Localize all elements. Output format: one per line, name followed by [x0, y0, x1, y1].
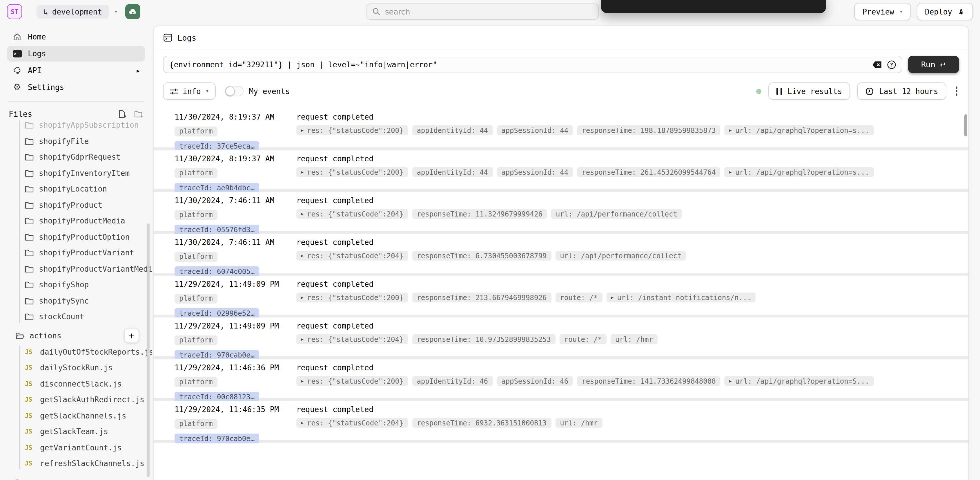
- tree-item-model-folder[interactable]: shopifyProductMedia: [7, 213, 145, 229]
- log-field-badge[interactable]: ▶url: /api/graphql?operation=s...: [725, 167, 874, 177]
- log-field-badge[interactable]: route: /*: [555, 292, 602, 302]
- log-field-badge[interactable]: responseTime: 198.18789599835873: [577, 125, 720, 135]
- log-field-badge[interactable]: responseTime: 141.73362499848008: [577, 376, 720, 386]
- tree-item-js-file[interactable]: JS dailyStockRun.js: [7, 360, 145, 376]
- new-folder-icon[interactable]: [134, 109, 143, 118]
- tree-item-js-file[interactable]: JS getSlackChannels.js: [7, 408, 145, 423]
- log-field-badge[interactable]: responseTime: 213.6679469998926: [412, 292, 551, 302]
- log-field-badge[interactable]: responseTime: 10.973528999835253: [412, 334, 555, 344]
- sidebar-item-api[interactable]: API ▶: [7, 63, 145, 78]
- avatar[interactable]: ST: [7, 4, 22, 19]
- log-field-badge[interactable]: appSessionId: 46: [497, 376, 573, 386]
- log-field-badge[interactable]: appIdentityId: 44: [412, 167, 493, 177]
- log-source-badge[interactable]: platform: [175, 168, 218, 178]
- log-field-badge[interactable]: ▶res: {"statusCode":204}: [296, 418, 408, 428]
- log-source-badge[interactable]: platform: [175, 126, 218, 136]
- log-field-badge[interactable]: responseTime: 6.730455003678799: [412, 251, 551, 261]
- log-trace-badge[interactable]: traceId: 05576fd3…: [175, 225, 259, 234]
- live-results-button[interactable]: Live results: [768, 83, 850, 100]
- tree-item-model-folder[interactable]: shopifyShop: [7, 277, 145, 292]
- log-field-badge[interactable]: ▶url: /instant-notifications/n...: [606, 292, 756, 302]
- log-field-badge[interactable]: ▶res: {"statusCode":204}: [296, 334, 408, 344]
- log-trace-badge[interactable]: traceId: 6074c005…: [175, 266, 259, 276]
- log-field-badge[interactable]: ▶res: {"statusCode":204}: [296, 251, 408, 261]
- tree-item-js-file[interactable]: JS dailyOutOfStockReports.js: [7, 344, 145, 360]
- log-list-scrollbar[interactable]: [964, 114, 967, 136]
- tree-item-model-folder[interactable]: shopifyProductVariantMedia: [7, 261, 145, 277]
- log-field-badge[interactable]: ▶res: {"statusCode":200}: [296, 167, 408, 177]
- log-trace-badge[interactable]: traceId: 970cab0e…: [175, 434, 259, 443]
- help-icon[interactable]: ?: [887, 60, 896, 69]
- log-field-badge[interactable]: appIdentityId: 44: [412, 125, 493, 135]
- search-input[interactable]: [385, 7, 593, 16]
- log-row[interactable]: 11/30/2024, 7:46:11 AM platform traceId:…: [154, 234, 969, 276]
- sidebar-item-settings[interactable]: ⚙ Settings: [7, 80, 145, 95]
- tree-item-model-folder[interactable]: shopifyProductOption: [7, 229, 145, 245]
- tree-item-model-folder[interactable]: shopifyInventoryItem: [7, 165, 145, 181]
- query-box[interactable]: ?: [163, 56, 902, 73]
- add-action-button[interactable]: +: [124, 328, 139, 343]
- preview-button[interactable]: Preview ▾: [854, 3, 911, 20]
- sidebar-scrollbar[interactable]: [147, 223, 150, 477]
- sidebar-item-home[interactable]: Home: [7, 29, 145, 45]
- run-button[interactable]: Run ↵: [908, 56, 959, 73]
- log-field-badge[interactable]: appIdentityId: 46: [412, 376, 493, 386]
- log-field-badge[interactable]: responseTime: 11.3249679999426: [412, 209, 547, 219]
- log-trace-badge[interactable]: traceId: 970cab0e…: [175, 350, 259, 360]
- log-row[interactable]: 11/29/2024, 11:46:35 PM platform traceId…: [154, 401, 969, 443]
- environment-pill[interactable]: ↳ development: [37, 5, 109, 19]
- cloud-sync-icon[interactable]: [125, 4, 140, 19]
- sidebar-item-logs[interactable]: >_ Logs: [7, 46, 145, 62]
- log-source-badge[interactable]: platform: [175, 252, 218, 262]
- my-events-toggle[interactable]: [225, 86, 244, 96]
- tree-item-model-folder[interactable]: stockCount: [7, 309, 145, 324]
- query-input[interactable]: [169, 60, 867, 69]
- log-source-badge[interactable]: platform: [175, 293, 218, 303]
- log-trace-badge[interactable]: traceId: ae9b4dbc…: [175, 183, 259, 193]
- log-field-badge[interactable]: url: /api/performance/collect: [555, 251, 686, 261]
- log-field-badge[interactable]: ▶url: /api/graphql?operation=S...: [725, 376, 874, 386]
- log-field-badge[interactable]: appSessionId: 44: [497, 167, 573, 177]
- tree-item-model-folder[interactable]: shopifyGdprRequest: [7, 149, 145, 165]
- log-field-badge[interactable]: ▶res: {"statusCode":200}: [296, 125, 408, 135]
- log-trace-badge[interactable]: traceId: 02996e52…: [175, 308, 259, 318]
- log-field-badge[interactable]: ▶res: {"statusCode":200}: [296, 292, 408, 302]
- tree-item-model-folder[interactable]: shopifyLocation: [7, 181, 145, 197]
- log-source-badge[interactable]: platform: [175, 377, 218, 387]
- log-field-badge[interactable]: url: /api/performance/collect: [551, 209, 682, 219]
- log-row[interactable]: 11/30/2024, 8:19:37 AM platform traceId:…: [154, 150, 969, 192]
- tree-item-model-folder[interactable]: shopifyProduct: [7, 197, 145, 213]
- log-field-badge[interactable]: ▶url: /api/graphql?operation=s...: [725, 125, 874, 135]
- tree-item-js-file[interactable]: JS disconnectSlack.js: [7, 376, 145, 391]
- tree-item-js-file[interactable]: JS getSlackTeam.js: [7, 424, 145, 439]
- tree-item-js-file[interactable]: JS refreshSlackChannels.js: [7, 456, 145, 471]
- log-field-badge[interactable]: appSessionId: 44: [497, 125, 573, 135]
- log-source-badge[interactable]: platform: [175, 210, 218, 220]
- deploy-button[interactable]: Deploy: [917, 3, 973, 20]
- tree-item-actions[interactable]: actions +: [7, 328, 145, 344]
- clear-query-icon[interactable]: [872, 61, 882, 68]
- tree-item-js-file[interactable]: JS getVariantCount.js: [7, 440, 145, 455]
- log-row[interactable]: 11/30/2024, 7:46:11 AM platform traceId:…: [154, 192, 969, 234]
- global-search[interactable]: [366, 3, 599, 20]
- log-field-badge[interactable]: responseTime: 261.45326099544764: [577, 167, 720, 177]
- environment-caret-icon[interactable]: ▾: [114, 9, 118, 14]
- log-row[interactable]: 11/29/2024, 11:49:09 PM platform traceId…: [154, 317, 969, 359]
- log-field-badge[interactable]: ▶res: {"statusCode":200}: [296, 376, 408, 386]
- log-row[interactable]: 11/30/2024, 8:19:37 AM platform traceId:…: [154, 108, 969, 150]
- tree-item-model-folder[interactable]: shopifyProductVariant: [7, 245, 145, 261]
- log-level-dropdown[interactable]: info ▾: [163, 83, 216, 100]
- log-trace-badge[interactable]: traceId: 00c88123…: [175, 392, 259, 402]
- log-field-badge[interactable]: url: /hmr: [611, 334, 658, 344]
- time-range-button[interactable]: Last 12 hours: [857, 83, 947, 100]
- log-source-badge[interactable]: platform: [175, 335, 218, 345]
- log-field-badge[interactable]: responseTime: 6932.363151000813: [412, 418, 551, 428]
- log-field-badge[interactable]: ▶res: {"statusCode":204}: [296, 209, 408, 219]
- tree-item-js-file[interactable]: JS getSlackAuthRedirect.js: [7, 392, 145, 407]
- tree-item-model-folder[interactable]: shopifySync: [7, 293, 145, 308]
- log-field-badge[interactable]: route: /*: [560, 334, 606, 344]
- kebab-menu-icon[interactable]: [954, 85, 959, 98]
- log-row[interactable]: 11/29/2024, 11:46:36 PM platform traceId…: [154, 359, 969, 401]
- log-row[interactable]: 11/29/2024, 11:49:09 PM platform traceId…: [154, 276, 969, 317]
- log-field-badge[interactable]: url: /hmr: [555, 418, 602, 428]
